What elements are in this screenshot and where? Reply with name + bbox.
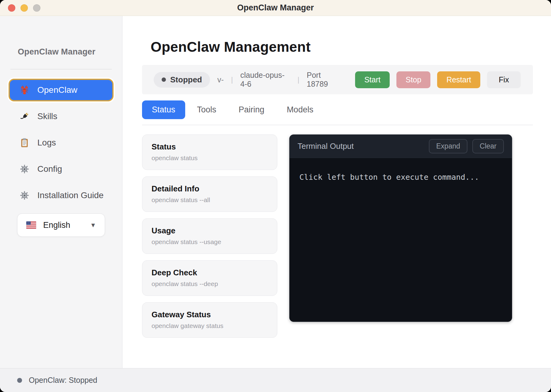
command-string: openclaw status (152, 154, 268, 162)
model-text: claude-opus-4-6 (240, 71, 290, 89)
command-title: Deep Check (152, 268, 268, 277)
tab-pairing[interactable]: Pairing (228, 100, 275, 119)
sidebar-item-skills[interactable]: Skills (9, 105, 114, 128)
sidebar-item-label: Config (37, 164, 62, 174)
restart-button[interactable]: Restart (437, 71, 480, 88)
language-label: English (43, 221, 70, 230)
app-window: OpenClaw Manager OpenClaw Manager (0, 0, 551, 392)
command-title: Status (152, 142, 268, 152)
sidebar-item-installation-guide[interactable]: Installation Guide (9, 184, 114, 207)
lobster-icon (20, 85, 29, 95)
command-title: Usage (152, 226, 268, 236)
footer-status-dot-icon (17, 378, 22, 383)
command-card-status[interactable]: Status openclaw status (142, 134, 277, 170)
control-buttons: Start Stop Restart Fix (355, 71, 521, 88)
clipboard-icon (20, 138, 29, 148)
tabs: Status Tools Pairing Models (142, 100, 533, 125)
command-string: openclaw status --all (152, 196, 268, 204)
command-title: Detailed Info (152, 184, 268, 194)
sidebar-item-label: OpenClaw (37, 85, 77, 95)
status-badge: Stopped (154, 72, 210, 88)
sidebar-item-label: Skills (37, 111, 57, 121)
start-button[interactable]: Start (355, 71, 390, 88)
command-string: openclaw status --deep (152, 280, 268, 288)
minimize-window-button[interactable] (21, 4, 28, 12)
sidebar-item-openclaw[interactable]: OpenClaw (9, 79, 114, 101)
window-title: OpenClaw Manager (237, 3, 314, 13)
footer-status-text: OpenClaw: Stopped (29, 376, 97, 385)
main-content: OpenClaw Management Stopped v- | claude-… (122, 16, 551, 368)
command-title: Gateway Status (152, 310, 268, 319)
version-text: v- (217, 75, 224, 84)
us-flag-icon (26, 221, 36, 229)
control-bar: Stopped v- | claude-opus-4-6 | Port 1878… (142, 65, 533, 94)
stop-button[interactable]: Stop (396, 71, 430, 88)
app-body: OpenClaw Manager (0, 16, 551, 368)
terminal-panel: Terminal Output Expand Clear Click left … (289, 134, 512, 322)
command-card-deep-check[interactable]: Deep Check openclaw status --deep (142, 260, 277, 296)
app-statusbar: OpenClaw: Stopped (0, 368, 551, 392)
gear-icon (20, 190, 29, 200)
sidebar-item-logs[interactable]: Logs (9, 131, 114, 154)
content-row: Status openclaw status Detailed Info ope… (142, 134, 533, 338)
expand-button[interactable]: Expand (429, 139, 467, 153)
close-window-button[interactable] (8, 4, 15, 12)
terminal-actions: Expand Clear (429, 139, 504, 153)
port-text: Port 18789 (307, 71, 340, 89)
sidebar-divider (10, 69, 112, 70)
tab-tools[interactable]: Tools (187, 100, 227, 119)
sidebar: OpenClaw Manager (0, 16, 122, 368)
command-list: Status openclaw status Detailed Info ope… (142, 134, 277, 338)
command-card-detailed-info[interactable]: Detailed Info openclaw status --all (142, 176, 277, 212)
clear-button[interactable]: Clear (472, 139, 504, 153)
status-badge-label: Stopped (170, 75, 202, 85)
terminal-header: Terminal Output Expand Clear (290, 135, 512, 158)
command-card-usage[interactable]: Usage openclaw status --usage (142, 218, 277, 254)
plug-icon (20, 111, 29, 121)
sidebar-item-label: Logs (37, 138, 56, 148)
sidebar-header: OpenClaw Manager (18, 47, 114, 57)
sidebar-item-config[interactable]: Config (9, 158, 114, 180)
gear-icon (20, 164, 29, 174)
separator: | (298, 75, 299, 84)
page-title: OpenClaw Management (151, 39, 533, 55)
titlebar: OpenClaw Manager (0, 0, 551, 16)
separator: | (231, 75, 233, 84)
command-card-gateway-status[interactable]: Gateway Status openclaw gateway status (142, 302, 277, 338)
tab-models[interactable]: Models (276, 100, 324, 119)
zoom-window-button[interactable] (33, 4, 40, 12)
tab-status[interactable]: Status (142, 100, 185, 119)
fix-button[interactable]: Fix (487, 71, 521, 88)
terminal-output: Click left button to execute command... (290, 158, 512, 322)
terminal-title: Terminal Output (298, 141, 354, 151)
chevron-down-icon: ▼ (90, 222, 96, 229)
terminal-placeholder-text: Click left button to execute command... (299, 173, 479, 182)
language-selector[interactable]: English ▼ (17, 213, 105, 237)
sidebar-item-label: Installation Guide (37, 190, 103, 200)
status-dot-icon (162, 77, 166, 82)
sidebar-nav: OpenClaw Skills (9, 79, 114, 207)
command-string: openclaw status --usage (152, 238, 268, 246)
command-string: openclaw gateway status (152, 322, 268, 330)
traffic-lights (8, 0, 40, 16)
